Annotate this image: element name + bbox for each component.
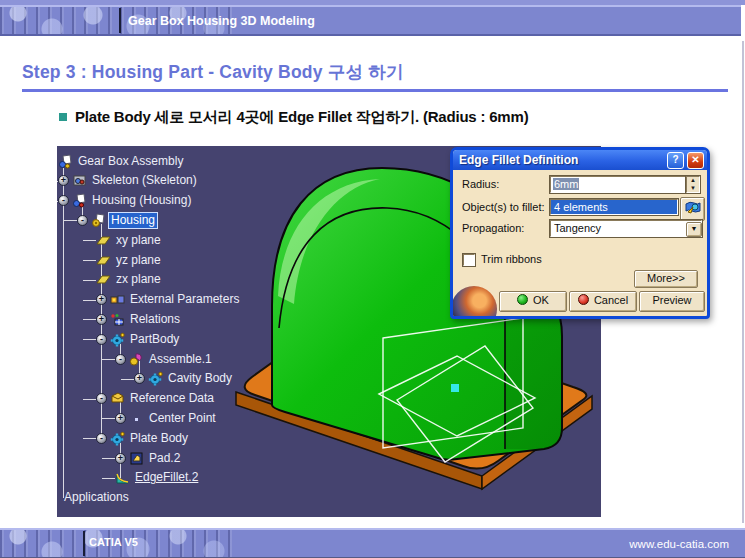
tree-item-pad-2[interactable]: +Pad.2	[115, 449, 182, 467]
tree-item-label: Skeleton (Skeleton)	[90, 173, 199, 188]
propagation-label: Propagation:	[462, 222, 524, 234]
tree-item-reference-data[interactable]: -Reference Data	[96, 390, 216, 408]
tree-item-label: Applications	[62, 490, 131, 505]
tree-item-external-parameters[interactable]: +External Parameters	[96, 291, 241, 309]
preview-button[interactable]: Preview	[639, 291, 705, 312]
center-point-icon	[129, 411, 144, 426]
collapse-icon[interactable]: -	[96, 334, 107, 345]
plane-icon	[96, 233, 111, 248]
trim-ribbons-checkbox[interactable]	[463, 254, 475, 266]
tree-item-plate-body[interactable]: -Plate Body	[96, 429, 190, 447]
tree-item-cavity-body[interactable]: +Cavity Body	[134, 370, 234, 388]
tree-item-label: Assemble.1	[147, 352, 214, 367]
tree-item-label: PartBody	[128, 332, 181, 347]
center-point-marker[interactable]	[451, 384, 459, 392]
bullet-row: Plate Body 세로 모서리 4곳에 Edge Fillet 작업하기. …	[59, 108, 528, 127]
expand-icon[interactable]: +	[96, 314, 107, 325]
edge-fillet-icon	[115, 470, 130, 485]
tree-item-label: Center Point	[147, 411, 218, 426]
product-icon	[72, 193, 87, 208]
tree-item-partbody[interactable]: -PartBody	[96, 330, 181, 348]
tree-item-relations[interactable]: +Relations	[96, 310, 182, 328]
close-icon[interactable]: ✕	[687, 152, 704, 169]
page-title: Step 3 : Housing Part - Cavity Body 구성 하…	[22, 60, 404, 84]
body-icon	[148, 371, 163, 386]
reference-data-icon	[110, 391, 125, 406]
ok-button[interactable]: OK	[499, 291, 567, 312]
expand-icon[interactable]: +	[96, 294, 107, 305]
tree-item-housing-housing[interactable]: -Housing (Housing)	[58, 192, 193, 210]
elements-icon	[685, 199, 701, 215]
slide-page: Gear Box Housing 3D Modeling Step 3 : Ho…	[0, 0, 745, 558]
slide-footer-bar: CATIA V5 www.edu-catia.com	[0, 528, 745, 558]
tree-item-center-point[interactable]: +Center Point	[115, 409, 218, 427]
part-icon	[91, 213, 106, 228]
header-separator	[119, 8, 121, 33]
tree-item-label: Housing	[109, 213, 157, 228]
tree-item-label: zx plane	[114, 272, 163, 287]
tree-item-label: Housing (Housing)	[90, 193, 193, 208]
radius-input[interactable]: 6mm	[550, 176, 686, 193]
bullet-text: Plate Body 세로 모서리 4곳에 Edge Fillet 작업하기. …	[75, 108, 528, 127]
slide-header-bar: Gear Box Housing 3D Modeling	[0, 5, 741, 36]
trim-ribbons-label: Trim ribbons	[481, 253, 542, 265]
objects-to-fillet-field[interactable]: 4 elements	[550, 199, 678, 215]
tree-item-label: Reference Data	[128, 391, 216, 406]
cancel-button[interactable]: Cancel	[569, 291, 637, 312]
more-button[interactable]: More>>	[634, 270, 698, 288]
tree-item-yz-plane[interactable]: yz plane	[96, 251, 163, 269]
title-underline	[22, 89, 728, 92]
collapse-icon[interactable]: -	[96, 433, 107, 444]
page-right-edge	[742, 41, 744, 523]
radius-spinner[interactable]: ▲▼	[686, 176, 700, 193]
expand-icon[interactable]: +	[115, 413, 126, 424]
dropdown-arrow-icon[interactable]: ▼	[686, 222, 702, 237]
objects-label: Object(s) to fillet:	[462, 201, 545, 213]
dialog-title: Edge Fillet Definition	[453, 153, 667, 167]
propagation-dropdown[interactable]: Tangency	[550, 220, 702, 237]
body-icon	[110, 431, 125, 446]
tree-item-label: Gear Box Assembly	[76, 154, 185, 169]
expand-icon[interactable]: +	[134, 373, 145, 384]
tree-item-label: EdgeFillet.2	[133, 470, 200, 485]
tree-item-label: Pad.2	[147, 451, 182, 466]
pad-icon	[129, 451, 144, 466]
collapse-icon[interactable]: -	[77, 215, 88, 226]
tree-item-housing[interactable]: -Housing	[77, 211, 157, 229]
tree-item-gear-box-assembly[interactable]: Gear Box Assembly	[58, 152, 185, 170]
body-icon	[110, 332, 125, 347]
product-assembly-icon	[58, 154, 73, 169]
dialog-titlebar[interactable]: Edge Fillet Definition ? ✕	[453, 150, 707, 170]
expand-icon[interactable]: +	[115, 453, 126, 464]
tree-item-label: External Parameters	[128, 292, 241, 307]
dialog-body: Radius: 6mm ▲▼ Object(s) to fillet: 4 el…	[453, 170, 707, 316]
tree-item-assemble-1[interactable]: -Assemble.1	[115, 350, 214, 368]
select-elements-button[interactable]	[680, 197, 705, 221]
tree-item-label: yz plane	[114, 253, 163, 268]
collapse-icon[interactable]: -	[96, 393, 107, 404]
footer-url[interactable]: www.edu-catia.com	[629, 538, 729, 550]
tree-item-xy-plane[interactable]: xy plane	[96, 231, 163, 249]
skeleton-icon	[72, 173, 87, 188]
cancel-red-icon	[578, 294, 589, 305]
collapse-icon[interactable]: -	[115, 354, 126, 365]
tree-item-applications[interactable]: Applications	[62, 489, 131, 507]
help-icon[interactable]: ?	[667, 152, 684, 169]
tree-item-label: xy plane	[114, 233, 163, 248]
tree-trunk-line	[63, 168, 64, 498]
spinner-up-icon[interactable]: ▲	[687, 177, 699, 185]
bullet-square-icon	[59, 113, 67, 121]
tree-item-zx-plane[interactable]: zx plane	[96, 271, 163, 289]
radius-label: Radius:	[462, 178, 499, 190]
footer-left-text: CATIA V5	[89, 536, 138, 548]
expand-icon[interactable]: +	[58, 175, 69, 186]
relations-icon	[110, 312, 125, 327]
assemble-icon	[129, 352, 144, 367]
plane-icon	[96, 253, 111, 268]
tree-item-label: Plate Body	[128, 431, 190, 446]
tree-item-edgefillet-2[interactable]: EdgeFillet.2	[115, 469, 200, 487]
ok-green-icon	[517, 294, 528, 305]
collapse-icon[interactable]: -	[58, 195, 69, 206]
spinner-down-icon[interactable]: ▼	[687, 185, 699, 193]
tree-item-skeleton-skeleton[interactable]: +Skeleton (Skeleton)	[58, 172, 199, 190]
